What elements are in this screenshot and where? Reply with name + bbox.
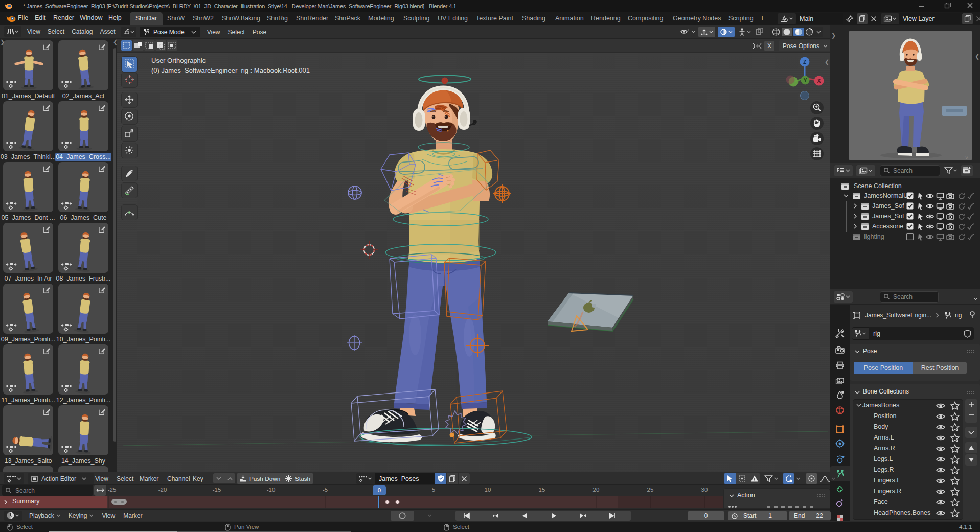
svg-text:Y: Y xyxy=(804,78,807,83)
svg-text:X: X xyxy=(817,78,821,84)
svg-text:Z: Z xyxy=(803,59,806,65)
